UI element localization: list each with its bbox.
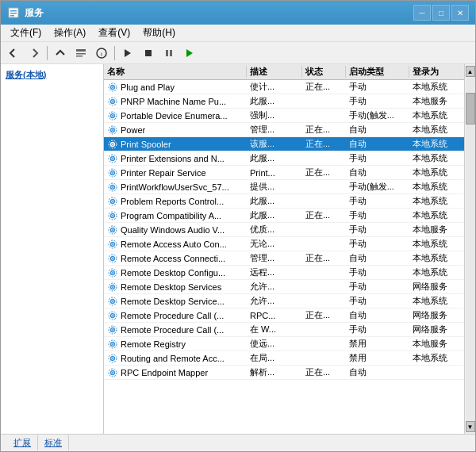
cell-login: 本地系统 — [409, 81, 464, 93]
cell-startup: 手动 — [346, 81, 409, 93]
service-icon — [107, 139, 118, 150]
col-header-login[interactable]: 登录为 — [409, 66, 464, 78]
close-button[interactable]: ✕ — [451, 5, 469, 21]
cell-name-text: PNRP Machine Name Pu... — [121, 97, 226, 106]
forward-button[interactable] — [25, 44, 44, 62]
cell-startup: 手动 — [346, 152, 409, 164]
cell-name: Remote Access Auto Con... — [104, 239, 247, 250]
pause-button[interactable] — [159, 44, 178, 62]
cell-startup: 手动 — [346, 195, 409, 207]
back-button[interactable] — [4, 44, 23, 62]
table-row[interactable]: Remote Desktop Configu... 远程... 手动 本地系统 — [104, 266, 464, 280]
cell-startup: 自动 — [346, 309, 409, 321]
maximize-button[interactable]: □ — [432, 5, 450, 21]
table-row[interactable]: Routing and Remote Acc... 在局... 禁用 本地系统 — [104, 351, 464, 366]
svg-rect-6 — [76, 56, 83, 57]
cell-name: Remote Procedure Call (... — [104, 324, 247, 335]
svg-point-73 — [112, 358, 113, 359]
table-row[interactable]: PNRP Machine Name Pu... 此服... 手动 本地服务 — [104, 94, 464, 109]
cell-status: 正在... — [302, 81, 346, 93]
cell-desc: 此服... — [247, 209, 302, 221]
svg-point-64 — [112, 315, 113, 316]
stop-button[interactable] — [139, 44, 158, 62]
scroll-down-button[interactable]: ▼ — [466, 421, 475, 432]
window-controls: ─ □ ✕ — [413, 5, 469, 21]
cell-name: Remote Desktop Services — [104, 282, 247, 293]
col-header-name[interactable]: 名称 — [104, 66, 247, 78]
svg-text:i: i — [101, 51, 102, 58]
scrollbar[interactable]: ▲ ▼ — [464, 64, 475, 434]
scroll-up-button[interactable]: ▲ — [466, 66, 475, 77]
play-button[interactable] — [118, 44, 137, 62]
cell-name: Problem Reports Control... — [104, 196, 247, 207]
cell-name: PrintWorkflowUserSvc_57... — [104, 182, 247, 193]
table-row[interactable]: Power 管理... 正在... 自动 本地系统 — [104, 123, 464, 137]
scroll-track[interactable] — [466, 77, 475, 421]
sidebar: 服务(本地) — [1, 64, 104, 434]
table-row[interactable]: Remote Access Auto Con... 无论... 手动 本地系统 — [104, 237, 464, 251]
cell-name: Remote Registry — [104, 339, 247, 350]
svg-point-31 — [112, 158, 113, 159]
menu-file[interactable]: 文件(F) — [4, 25, 48, 41]
restart-button[interactable] — [180, 44, 199, 62]
table-row[interactable]: PrintWorkflowUserSvc_57... 提供... 手动(触发..… — [104, 180, 464, 194]
menu-action[interactable]: 操作(A) — [48, 25, 92, 41]
table-row[interactable]: Problem Reports Control... 此服... 手动 本地系统 — [104, 194, 464, 209]
table-row[interactable]: Remote Desktop Service... 允许... 手动 本地系统 — [104, 294, 464, 308]
svg-rect-2 — [10, 13, 17, 14]
svg-point-19 — [112, 101, 113, 102]
service-icon — [107, 224, 118, 236]
cell-desc: 管理... — [247, 252, 302, 264]
scroll-thumb[interactable] — [466, 93, 475, 124]
cell-status: 正在... — [302, 167, 346, 178]
cell-name-text: Quality Windows Audio V... — [121, 225, 225, 235]
service-icon — [107, 96, 118, 107]
cell-desc: 允许... — [247, 281, 302, 293]
col-header-desc[interactable]: 描述 — [247, 66, 302, 78]
cell-desc: 强制... — [247, 109, 302, 121]
col-header-startup[interactable]: 启动类型 — [346, 66, 409, 78]
minimize-button[interactable]: ─ — [413, 5, 431, 21]
table-row[interactable]: RPC Endpoint Mapper 解析... 正在... 自动 — [104, 366, 464, 380]
table-row[interactable]: Portable Device Enumera... 强制... 手动(触发..… — [104, 109, 464, 123]
table-row[interactable]: Remote Registry 使远... 禁用 本地服务 — [104, 337, 464, 351]
col-header-status[interactable]: 状态 — [302, 66, 346, 78]
table-row[interactable]: Plug and Play 使计... 正在... 手动 本地系统 — [104, 80, 464, 94]
table-row[interactable]: Print Spooler 该服... 正在... 自动 本地系统 — [104, 137, 464, 151]
cell-name-text: Routing and Remote Acc... — [121, 354, 225, 363]
cell-status: 正在... — [302, 124, 346, 136]
table-row[interactable]: Quality Windows Audio V... 优质... 手动 本地服务 — [104, 223, 464, 237]
svg-point-28 — [112, 144, 113, 145]
cell-startup: 自动 — [346, 252, 409, 264]
table-row[interactable]: Printer Extensions and N... 此服... 手动 本地系… — [104, 151, 464, 166]
sidebar-title[interactable]: 服务(本地) — [4, 67, 100, 82]
up-icon — [55, 48, 66, 59]
cell-desc: 该服... — [247, 138, 302, 150]
menu-view[interactable]: 查看(V) — [92, 25, 136, 41]
table-body[interactable]: Plug and Play 使计... 正在... 手动 本地系统 PNRP M… — [104, 80, 464, 434]
table-row[interactable]: Program Compatibility A... 此服... 正在... 手… — [104, 209, 464, 223]
table-row[interactable]: Remote Procedure Call (... RPC... 正在... … — [104, 308, 464, 323]
tab-standard[interactable]: 标准 — [38, 435, 69, 450]
menu-help[interactable]: 帮助(H) — [136, 25, 182, 41]
service-icon — [107, 167, 118, 178]
cell-startup: 手动 — [346, 281, 409, 293]
table-row[interactable]: Printer Repair Service Print... 正在... 自动… — [104, 166, 464, 180]
cell-desc: 无论... — [247, 238, 302, 250]
info-button[interactable]: i — [92, 44, 111, 62]
cell-desc: 解析... — [247, 366, 302, 378]
cell-name: Power — [104, 124, 247, 136]
show-hide-button[interactable] — [71, 44, 90, 62]
cell-login: 本地系统 — [409, 124, 464, 136]
table-row[interactable]: Remote Access Connecti... 管理... 正在... 自动… — [104, 251, 464, 266]
table-row[interactable]: Remote Desktop Services 允许... 手动 网络服务 — [104, 280, 464, 294]
up-button[interactable] — [51, 44, 70, 62]
gear-icon — [107, 167, 118, 178]
gear-icon — [107, 210, 118, 221]
cell-login: 本地系统 — [409, 167, 464, 178]
cell-status: 正在... — [302, 209, 346, 221]
svg-point-67 — [112, 329, 113, 331]
table-row[interactable]: Remote Procedure Call (... 在 W... 手动 网络服… — [104, 323, 464, 337]
tab-extended[interactable]: 扩展 — [7, 435, 38, 450]
cell-startup: 自动 — [346, 366, 409, 378]
